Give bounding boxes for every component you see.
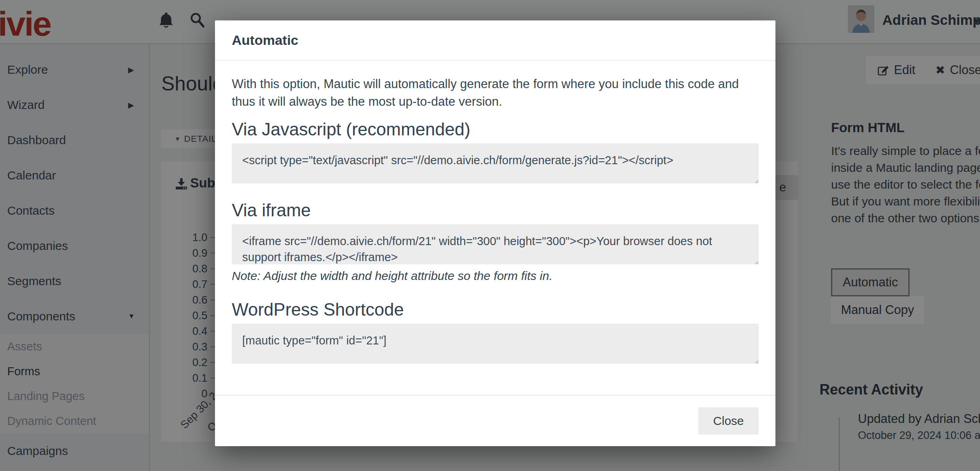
wordpress-shortcode-textarea[interactable]: [mautic type="form" id="21"] xyxy=(232,324,759,364)
javascript-embed-code-textarea[interactable]: <script type="text/javascript" src="//de… xyxy=(232,143,759,183)
modal-title: Automatic xyxy=(232,32,298,48)
wordpress-shortcode-heading: WordPress Shortcode xyxy=(232,300,759,320)
modal-body: With this option, Mautic will automatica… xyxy=(215,61,775,395)
modal-close-button[interactable]: Close xyxy=(698,407,759,435)
iframe-embed-code-textarea[interactable]: <iframe src="//demo.aivie.ch/form/21" wi… xyxy=(232,224,759,264)
automatic-embed-modal: Automatic With this option, Mautic will … xyxy=(215,20,775,446)
iframe-note: Note: Adjust the width and height attrib… xyxy=(232,269,759,283)
via-javascript-heading: Via Javascript (recommended) xyxy=(232,119,759,139)
modal-footer: Close xyxy=(215,395,775,446)
modal-description: With this option, Mautic will automatica… xyxy=(232,75,754,111)
modal-header: Automatic xyxy=(215,20,775,61)
via-iframe-heading: Via iframe xyxy=(232,200,759,220)
